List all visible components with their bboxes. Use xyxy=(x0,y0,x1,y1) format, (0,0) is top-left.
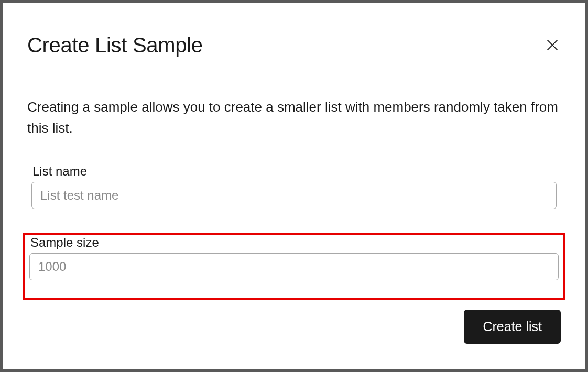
list-name-label: List name xyxy=(32,164,557,179)
dialog-footer: Create list xyxy=(27,310,561,344)
list-name-input[interactable] xyxy=(31,182,557,209)
sample-size-label: Sample size xyxy=(30,235,561,250)
list-name-group: List name xyxy=(27,162,561,217)
close-icon xyxy=(545,38,560,52)
create-list-sample-dialog: Create List Sample Creating a sample all… xyxy=(3,3,585,369)
divider xyxy=(27,73,561,73)
dialog-description: Creating a sample allows you to create a… xyxy=(27,96,561,139)
sample-size-input[interactable] xyxy=(29,253,559,280)
dialog-header: Create List Sample xyxy=(27,34,561,57)
close-button[interactable] xyxy=(542,35,563,57)
create-list-button[interactable]: Create list xyxy=(464,310,561,344)
sample-size-group: Sample size xyxy=(23,233,565,300)
dialog-title: Create List Sample xyxy=(27,34,203,57)
